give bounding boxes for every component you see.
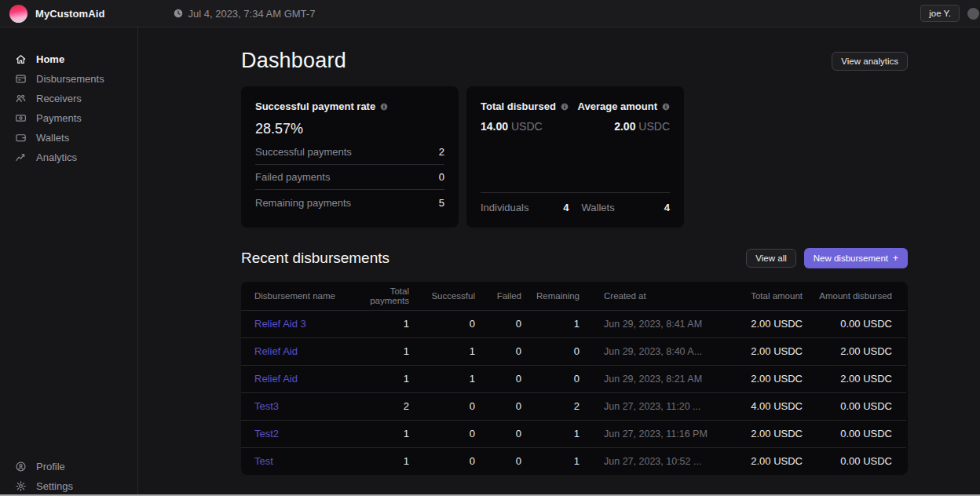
cell-remaining: 1 [521, 310, 580, 337]
disbursement-link[interactable]: Relief Aid [254, 373, 298, 385]
average-amount-title-row: Average amount [578, 100, 670, 112]
cell-total-payments: 1 [367, 337, 409, 365]
cell-failed: 0 [475, 420, 521, 447]
app-window: MyCustomAid Jul 4, 2023, 7:34 AM GMT-7 j… [0, 0, 980, 496]
column-header: Disbursement name [241, 282, 367, 310]
recent-actions: View all New disbursement+ [746, 248, 908, 268]
sidebar: HomeDisbursementsReceiversPaymentsWallet… [0, 27, 138, 496]
stat-row: Failed payments0 [255, 165, 444, 190]
sidebar-item-payments[interactable]: Payments [0, 108, 137, 128]
sidebar-item-label: Wallets [36, 132, 69, 144]
sidebar-item-wallets[interactable]: Wallets [0, 128, 137, 148]
payment-rate-rows: Successful payments2Failed payments0Rema… [255, 140, 444, 215]
table-row: Test32002Jun 27, 2023, 11:20 ...4.00 USD… [241, 392, 906, 420]
stat-value: 0 [439, 171, 444, 183]
count-value: 4 [563, 202, 569, 213]
count-pair: Wallets4 [582, 202, 671, 213]
cell-successful: 0 [409, 310, 475, 337]
view-analytics-button[interactable]: View analytics [832, 52, 908, 71]
column-header: Failed [475, 282, 521, 310]
topbar: MyCustomAid Jul 4, 2023, 7:34 AM GMT-7 j… [0, 0, 980, 27]
cell-remaining: 1 [521, 420, 580, 447]
view-all-button[interactable]: View all [746, 249, 795, 268]
app-logo [9, 5, 27, 23]
payment-rate-card: Successful payment rate 28.57% Successfu… [241, 86, 459, 228]
count-label: Wallets [582, 202, 615, 213]
sidebar-item-settings[interactable]: Settings [0, 476, 137, 496]
avatar[interactable] [967, 8, 979, 20]
payments-icon [15, 112, 27, 124]
sidebar-item-label: Analytics [36, 151, 77, 163]
cell-total-amount: 4.00 USDC [724, 392, 803, 420]
info-icon[interactable] [380, 103, 388, 111]
info-icon[interactable] [561, 103, 569, 111]
cell-created-at: Jun 27, 2023, 11:16 PM [580, 420, 724, 447]
recent-section-head: Recent disbursements View all New disbur… [241, 248, 908, 268]
cell-remaining: 2 [521, 392, 580, 420]
sidebar-item-receivers[interactable]: Receivers [0, 89, 137, 108]
plus-icon: + [893, 253, 898, 264]
sidebar-item-disbursements[interactable]: Disbursements [0, 69, 137, 89]
sidebar-item-home[interactable]: Home [0, 49, 137, 69]
count-value: 4 [664, 202, 670, 213]
payment-rate-value: 28.57% [255, 119, 444, 138]
home-icon [15, 53, 27, 65]
cell-amount-disbursed: 0.00 USDC [803, 392, 906, 420]
cell-successful: 0 [409, 420, 475, 447]
total-disbursed-title-row: Total disbursed [481, 100, 569, 112]
cell-successful: 0 [409, 392, 475, 420]
cell-name: Test3 [241, 392, 367, 420]
table-row: Relief Aid1100Jun 29, 2023, 8:21 AM2.00 … [241, 365, 906, 392]
recent-title: Recent disbursements [241, 250, 389, 267]
cell-name: Test2 [241, 420, 367, 447]
sidebar-item-label: Home [36, 53, 64, 65]
receivers-icon [15, 93, 27, 104]
cell-total-amount: 2.00 USDC [724, 310, 803, 337]
column-header: Successful [409, 282, 475, 310]
stat-value: 2 [439, 146, 444, 158]
column-header: Total amount [724, 282, 803, 310]
cell-total-payments: 1 [367, 365, 409, 392]
cell-total-payments: 1 [367, 420, 409, 447]
disbursement-link[interactable]: Relief Aid [254, 345, 298, 357]
cell-created-at: Jun 27, 2023, 11:20 ... [580, 392, 724, 420]
stat-row: Successful payments2 [255, 140, 444, 165]
column-header: Total payments [367, 282, 409, 310]
profile-icon [15, 461, 27, 472]
new-disbursement-button[interactable]: New disbursement+ [804, 248, 908, 268]
topbar-right: joe Y. [920, 5, 972, 22]
table-header-row: Disbursement nameTotal paymentsSuccessfu… [241, 282, 906, 310]
info-icon[interactable] [662, 103, 670, 111]
cell-failed: 0 [475, 392, 521, 420]
table-row: Relief Aid 31001Jun 29, 2023, 8:41 AM2.0… [241, 310, 906, 337]
total-disbursed-value: 14.00 USDC [481, 120, 569, 133]
stat-row: Remaining payments5 [255, 190, 444, 215]
cell-amount-disbursed: 2.00 USDC [803, 365, 906, 392]
sidebar-item-label: Payments [36, 112, 82, 124]
disbursement-link[interactable]: Test2 [254, 428, 279, 439]
cell-successful: 1 [409, 365, 475, 392]
disbursement-link[interactable]: Test [254, 455, 273, 467]
cell-name: Relief Aid 3 [241, 310, 367, 337]
disbursement-link[interactable]: Relief Aid 3 [254, 318, 306, 330]
sidebar-nav: HomeDisbursementsReceiversPaymentsWallet… [0, 49, 137, 167]
payment-rate-title: Successful payment rate [255, 100, 375, 112]
cell-total-payments: 1 [367, 310, 409, 337]
disbursements-table: Disbursement nameTotal paymentsSuccessfu… [241, 282, 906, 475]
payment-rate-title-row: Successful payment rate [255, 100, 444, 112]
cell-amount-disbursed: 0.00 USDC [803, 447, 906, 475]
disbursed-footer: Individuals4Wallets4 [481, 192, 670, 213]
average-amount-metric: Average amount 2.00 USDC [578, 100, 670, 133]
sidebar-item-profile[interactable]: Profile [0, 457, 137, 476]
cell-failed: 0 [475, 365, 521, 392]
cell-remaining: 0 [521, 365, 580, 392]
cell-created-at: Jun 27, 2023, 10:52 ... [580, 447, 724, 475]
cell-total-payments: 2 [367, 392, 409, 420]
disbursement-link[interactable]: Test3 [254, 400, 279, 412]
sidebar-item-analytics[interactable]: Analytics [0, 148, 137, 167]
user-menu-button[interactable]: joe Y. [920, 5, 960, 22]
disbursed-card: Total disbursed 14.00 USDC Av [466, 86, 684, 228]
stat-value: 5 [439, 197, 444, 209]
clock-icon [174, 9, 183, 18]
cell-created-at: Jun 29, 2023, 8:41 AM [580, 310, 724, 337]
